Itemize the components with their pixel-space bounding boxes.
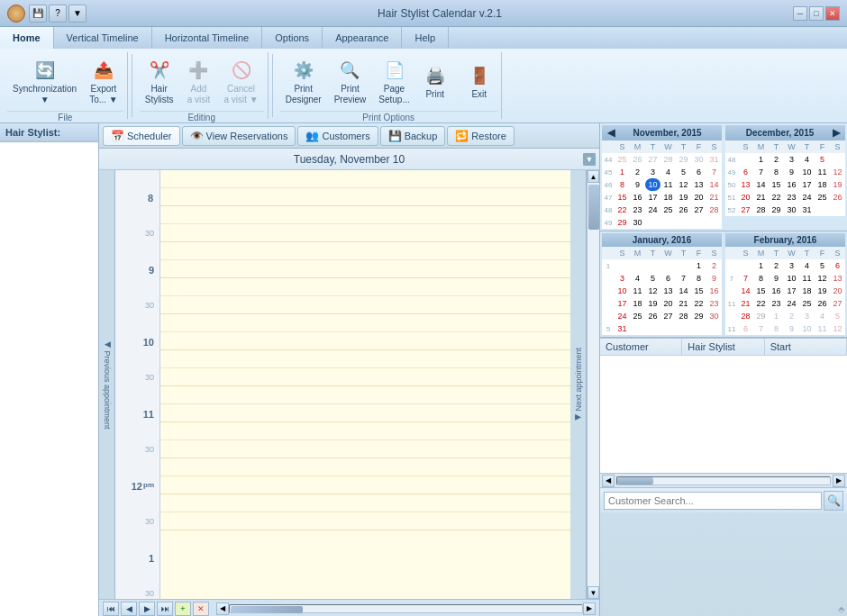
cal-day[interactable]: 21 [738, 297, 753, 310]
cal-day[interactable] [676, 322, 691, 335]
cal-day[interactable]: 26 [815, 297, 830, 310]
cal-day[interactable]: 7 [753, 166, 769, 178]
tab-customers[interactable]: 👥 Customers [297, 126, 378, 146]
cal-day[interactable]: 21 [706, 191, 722, 204]
cal-day[interactable]: 15 [691, 285, 706, 297]
customer-search-button[interactable]: 🔍 [824, 491, 843, 511]
tab-view-reservations[interactable]: 👁️ View Reservations [182, 126, 296, 146]
cal-day[interactable]: 28 [660, 153, 676, 166]
cal-day[interactable]: 6 [830, 259, 845, 272]
next-appointment-btn[interactable]: ◀ Next appointment [570, 170, 587, 599]
cal-day[interactable]: 10 [799, 166, 815, 178]
cal-day[interactable]: 25 [815, 191, 830, 204]
cal-day[interactable]: 9 [769, 272, 784, 285]
cal-day[interactable]: 1 [615, 166, 630, 178]
cal-day[interactable]: 11 [815, 166, 830, 178]
next-nav-btn[interactable]: ▶ [139, 602, 155, 616]
tab-appearance[interactable]: Appearance [323, 27, 402, 49]
cal-day[interactable]: 11 [660, 178, 676, 191]
cal-day[interactable]: 5 [676, 166, 691, 178]
cal-day[interactable]: 19 [830, 178, 845, 191]
cal-day[interactable] [676, 216, 691, 229]
cal-day[interactable] [660, 259, 676, 272]
customer-search-input[interactable] [604, 492, 822, 510]
cal-day[interactable]: 25 [615, 153, 630, 166]
cal-day[interactable]: 23 [706, 297, 722, 310]
print-designer-button[interactable]: ⚙️ PrintDesigner [280, 54, 327, 109]
cal-day[interactable]: 10 [615, 285, 630, 297]
cal-day[interactable]: 8 [753, 272, 769, 285]
exit-button[interactable]: 🚪 Exit [461, 59, 497, 104]
prev-appointment-btn[interactable]: ◀ Previous appointment [99, 170, 115, 599]
cal-day[interactable]: 23 [784, 191, 799, 204]
cal-day[interactable]: 20 [738, 191, 753, 204]
cal-day[interactable]: 24 [645, 204, 660, 216]
cal-day[interactable]: 8 [769, 322, 784, 335]
cal-day[interactable] [630, 322, 645, 335]
cal-day[interactable]: 25 [630, 310, 645, 322]
cal-day[interactable]: 31 [706, 153, 722, 166]
cal-day[interactable]: 17 [615, 297, 630, 310]
cal-day[interactable]: 15 [615, 191, 630, 204]
cal-day[interactable]: 5 [645, 272, 660, 285]
cal-day[interactable]: 9 [706, 272, 722, 285]
cal-day[interactable]: 18 [799, 285, 815, 297]
cal-day[interactable] [815, 204, 830, 216]
cal-day[interactable]: 5 [815, 259, 830, 272]
cal-day[interactable]: 22 [769, 191, 784, 204]
cal-day[interactable]: 6 [738, 322, 753, 335]
del-nav-btn[interactable]: ✕ [193, 602, 209, 616]
cal-day[interactable]: 18 [660, 191, 676, 204]
tab-options[interactable]: Options [262, 27, 323, 49]
cal-day[interactable]: 13 [691, 178, 706, 191]
cal-day[interactable]: 21 [676, 297, 691, 310]
tab-scheduler[interactable]: 📅 Scheduler [103, 126, 180, 146]
cal-day[interactable] [645, 259, 660, 272]
maximize-button[interactable]: □ [809, 6, 824, 21]
cal-day[interactable] [676, 259, 691, 272]
cal-day[interactable]: 11 [630, 285, 645, 297]
cal-day[interactable]: 14 [706, 178, 722, 191]
cal-day[interactable]: 18 [630, 297, 645, 310]
cal-day[interactable]: 12 [815, 272, 830, 285]
cal-day[interactable]: 18 [815, 178, 830, 191]
cal-day[interactable]: 26 [630, 153, 645, 166]
cal-day[interactable] [830, 204, 845, 216]
cal-day[interactable]: 16 [784, 178, 799, 191]
cal-day[interactable]: 24 [615, 310, 630, 322]
print-button[interactable]: 🖨️ Print [417, 59, 453, 104]
cal-day[interactable]: 16 [769, 285, 784, 297]
cal-day[interactable]: 27 [645, 153, 660, 166]
tab-backup[interactable]: 💾 Backup [380, 126, 446, 146]
cal-day[interactable]: 10 [799, 322, 815, 335]
appt-scroll-area[interactable]: ◀ ▶ [600, 473, 847, 487]
cal-day[interactable]: 20 [830, 285, 845, 297]
cal-day[interactable]: 22 [615, 204, 630, 216]
cal-day[interactable] [691, 322, 706, 335]
prev-nav-btn[interactable]: ◀ [121, 602, 137, 616]
appt-scroll-right[interactable]: ▶ [833, 475, 845, 487]
cal-day[interactable]: 13 [830, 272, 845, 285]
cal-day[interactable]: 1 [753, 153, 769, 166]
cal-day[interactable]: 31 [615, 322, 630, 335]
cal-day[interactable]: 24 [784, 297, 799, 310]
cal-day[interactable]: 8 [769, 166, 784, 178]
cal-day[interactable]: 29 [753, 310, 769, 322]
cal-day[interactable]: 28 [753, 204, 769, 216]
cal-day[interactable]: 23 [769, 297, 784, 310]
cal-day[interactable]: 4 [630, 272, 645, 285]
appt-scroll-track[interactable] [616, 476, 831, 485]
cal-day[interactable]: 28 [738, 310, 753, 322]
first-nav-btn[interactable]: ⏮ [103, 602, 119, 616]
hscroll-left-arrow[interactable]: ◀ [216, 602, 229, 615]
tab-horizontal-timeline[interactable]: Horizontal Timeline [152, 27, 263, 49]
cal-day[interactable]: 29 [676, 153, 691, 166]
cal-day[interactable]: 14 [753, 178, 769, 191]
cal-day[interactable]: 5 [830, 310, 845, 322]
print-preview-button[interactable]: 🔍 PrintPreview [329, 54, 372, 109]
cal-day[interactable] [660, 216, 676, 229]
save-quick-btn[interactable]: 💾 [29, 5, 47, 23]
next-month-btn[interactable]: ▶ [831, 127, 842, 139]
help-quick-btn[interactable]: ? [49, 5, 67, 23]
cal-day[interactable]: 6 [660, 272, 676, 285]
